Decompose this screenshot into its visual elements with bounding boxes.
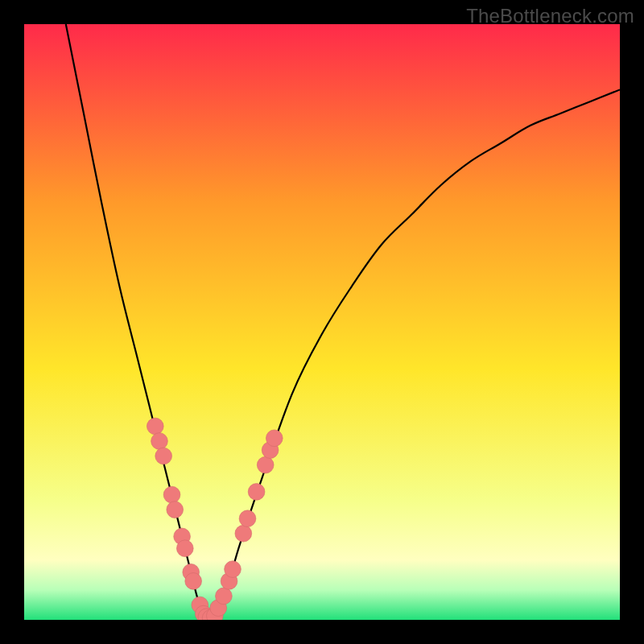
watermark-text: TheBottleneck.com [466,5,634,27]
data-marker [239,510,256,527]
marker-group [147,418,283,620]
data-marker [151,433,168,450]
data-marker [167,502,184,518]
data-marker [176,540,193,557]
data-marker [225,561,242,578]
data-marker [257,456,274,473]
plot-area [24,24,620,620]
bottleneck-curve [66,24,620,620]
data-marker [185,573,202,590]
data-marker [248,484,265,501]
data-marker [147,418,163,435]
data-marker [266,430,283,447]
data-marker [155,448,172,464]
curve-layer [24,24,620,620]
chart-frame: TheBottleneck.com [0,0,644,644]
data-marker [216,588,233,605]
data-marker [235,525,252,542]
data-marker [163,486,180,503]
